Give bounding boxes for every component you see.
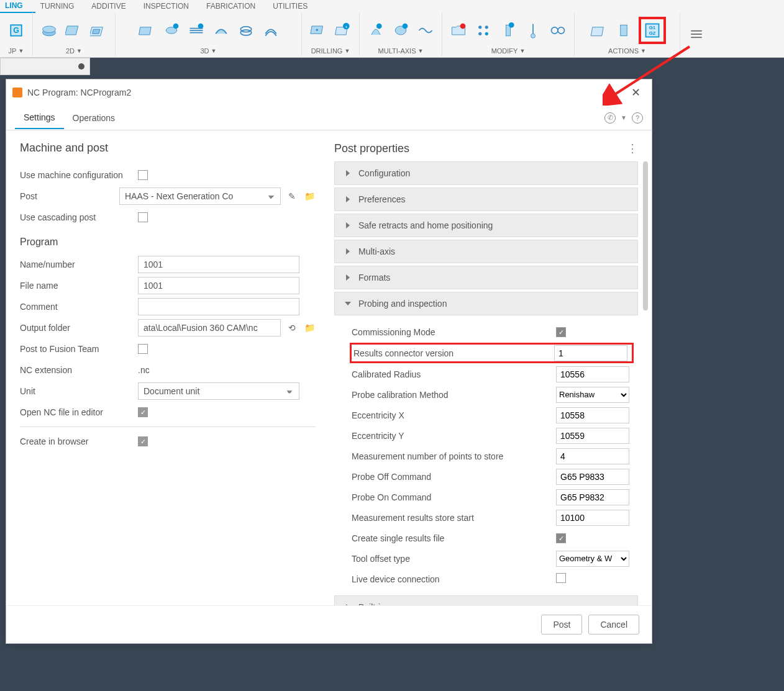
section-safe-retracts[interactable]: Safe retracts and home positioning	[334, 214, 638, 237]
post-button[interactable]: Post	[541, 615, 582, 635]
flow-icon[interactable]	[416, 20, 435, 40]
horizontal-icon[interactable]	[162, 20, 181, 40]
hole-recognition-icon[interactable]: +	[333, 20, 353, 40]
cancel-button[interactable]: Cancel	[588, 615, 639, 635]
generate-icon[interactable]	[589, 20, 609, 40]
chevron-down-icon[interactable]: ▼	[621, 114, 627, 121]
toolpath-trim-icon[interactable]	[548, 20, 568, 40]
phone-icon[interactable]: ✆	[604, 112, 616, 124]
menu-lines-icon[interactable]	[686, 24, 706, 44]
svg-point-18	[460, 24, 466, 29]
section-formats[interactable]: Formats	[334, 266, 638, 289]
ecx-input[interactable]	[556, 407, 629, 423]
section-multiaxis[interactable]: Multi-axis	[334, 240, 638, 263]
ribbon-tab-fabrication[interactable]: FABRICATION	[201, 0, 268, 12]
pocket2d-icon[interactable]	[89, 20, 109, 40]
caret-down-icon[interactable]: ▼	[519, 48, 525, 54]
pencil-icon[interactable]	[261, 20, 281, 40]
ribbon-tab-additive[interactable]: ADDITIVE	[86, 0, 138, 12]
caret-down-icon[interactable]: ▼	[344, 48, 350, 54]
contour-icon[interactable]	[211, 20, 231, 40]
tot-select[interactable]: Geometry & W	[556, 551, 629, 567]
pon-input[interactable]	[556, 489, 629, 505]
calmethod-label: Probe calibration Method	[352, 390, 556, 400]
ribbon-tab-utilities[interactable]: UTILITIES	[268, 0, 320, 12]
mrs-input[interactable]	[556, 510, 629, 526]
more-options-icon[interactable]: ⋮	[627, 142, 638, 155]
parallel-icon[interactable]	[186, 20, 206, 40]
output-browse-icon[interactable]: 📁	[303, 322, 316, 334]
poff-input[interactable]	[556, 469, 629, 485]
unit-select[interactable]: Document unit	[138, 382, 299, 400]
help-icon[interactable]: ?	[632, 112, 643, 124]
chevron-right-icon	[346, 196, 350, 202]
ribbon-group-3d: 3D▼	[116, 12, 302, 56]
pattern-icon[interactable]	[473, 20, 493, 40]
svg-text:G2: G2	[649, 30, 655, 36]
section-probing[interactable]: Probing and inspection	[334, 292, 638, 315]
fusionteam-checkbox[interactable]	[138, 344, 148, 354]
cascading-checkbox[interactable]	[138, 212, 148, 222]
scrollbar[interactable]	[643, 161, 648, 310]
comment-input[interactable]	[138, 298, 299, 315]
section-builtin[interactable]: Built-in	[334, 595, 638, 605]
tab-operations[interactable]: Operations	[64, 107, 124, 129]
ribbon-tab-milling[interactable]: LING	[0, 0, 35, 13]
tab-settings[interactable]: Settings	[15, 107, 64, 129]
browse-post-icon[interactable]: 📁	[303, 190, 316, 202]
calmethod-select[interactable]: Renishaw	[556, 387, 629, 403]
browser-tab-dot-icon[interactable]	[78, 63, 84, 70]
createbrowser-checkbox[interactable]: ✓	[138, 436, 148, 446]
file-input[interactable]	[138, 277, 299, 294]
svg-point-21	[478, 32, 481, 35]
mnp-input[interactable]	[556, 448, 629, 464]
calrad-label: Calibrated Radius	[352, 369, 556, 379]
ribbon-tabs: LING TURNING ADDITIVE INSPECTION FABRICA…	[0, 0, 784, 12]
output-reset-icon[interactable]: ⟲	[286, 322, 298, 334]
adaptive-icon[interactable]	[137, 20, 157, 40]
contour2d-icon[interactable]	[64, 20, 84, 40]
svg-text:G: G	[13, 26, 19, 35]
svg-rect-29	[620, 25, 627, 36]
ribbon-tab-inspection[interactable]: INSPECTION	[139, 0, 201, 12]
edit-post-icon[interactable]: ✎	[286, 190, 298, 202]
simulate-icon[interactable]	[614, 20, 634, 40]
ecy-label: Eccentricity Y	[352, 431, 556, 441]
face-icon[interactable]	[39, 20, 59, 40]
calrad-input[interactable]	[556, 366, 629, 382]
commissioning-checkbox[interactable]: ✓	[556, 327, 566, 337]
svg-point-11	[316, 29, 319, 31]
probe-icon[interactable]	[523, 20, 543, 40]
chevron-right-icon	[346, 170, 350, 176]
csrf-checkbox[interactable]: ✓	[556, 533, 566, 543]
folder-icon[interactable]	[449, 20, 468, 40]
output-label: Output folder	[20, 323, 138, 333]
swarf-icon[interactable]	[366, 20, 386, 40]
output-input[interactable]	[138, 319, 281, 336]
results-version-input[interactable]	[554, 345, 627, 361]
drill-icon[interactable]	[308, 20, 328, 40]
ecx-label: Eccentricity X	[352, 410, 556, 420]
manual-nc-icon[interactable]	[498, 20, 518, 40]
caret-down-icon[interactable]: ▼	[76, 48, 82, 54]
use-machine-checkbox[interactable]	[138, 170, 148, 180]
caret-down-icon[interactable]: ▼	[18, 48, 24, 54]
multiaxis-contour-icon[interactable]	[391, 20, 411, 40]
ribbon-tab-turning[interactable]: TURNING	[35, 0, 87, 12]
caret-down-icon[interactable]: ▼	[418, 48, 424, 54]
post-select[interactable]: HAAS - Next Generation Co	[119, 187, 281, 205]
openeditor-checkbox[interactable]: ✓	[138, 407, 148, 417]
ecy-input[interactable]	[556, 428, 629, 444]
post-process-icon[interactable]: G1G2	[639, 17, 666, 44]
svg-rect-4	[139, 27, 151, 35]
section-preferences[interactable]: Preferences	[334, 187, 638, 211]
setup-icon[interactable]: G	[6, 20, 26, 40]
ribbon-group-2d-label: 2D	[66, 47, 75, 55]
ramp-icon[interactable]	[236, 20, 256, 40]
ldc-checkbox[interactable]	[556, 573, 566, 583]
post-properties-heading: Post properties	[334, 142, 409, 155]
name-input[interactable]	[138, 256, 299, 273]
caret-down-icon[interactable]: ▼	[211, 48, 217, 54]
svg-point-24	[509, 22, 514, 28]
section-configuration[interactable]: Configuration	[334, 161, 638, 185]
